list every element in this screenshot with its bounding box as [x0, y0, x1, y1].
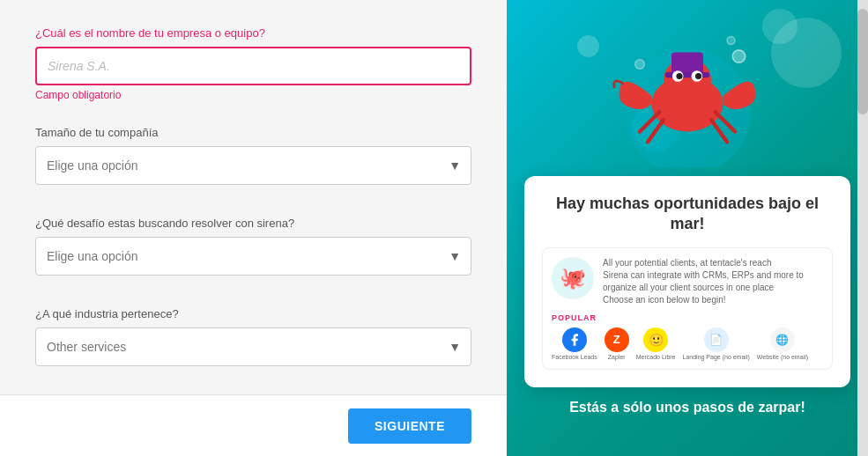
- website-icon: 🌐: [770, 327, 795, 352]
- popular-label: POPULAR: [552, 313, 823, 322]
- svg-point-16: [635, 60, 645, 70]
- service-facebook-leads[interactable]: Facebook Leads: [552, 327, 597, 360]
- industry-select[interactable]: Other services: [35, 327, 471, 366]
- company-size-select-wrapper: Elige una opción ▼: [35, 146, 471, 185]
- left-panel: ¿Cuál es el nombre de tu empresa o equip…: [0, 0, 507, 456]
- landing-page-label: Landing Page (no email): [683, 354, 750, 360]
- service-zapier[interactable]: Z Zapier: [605, 327, 629, 360]
- crab-icon: [608, 9, 767, 167]
- landing-page-icon: 📄: [704, 327, 729, 352]
- services-row: Facebook Leads Z Zapier 🙂 Mercado Libre …: [552, 327, 823, 360]
- svg-point-14: [732, 50, 745, 63]
- card-title: Hay muchas oportunidades bajo el mar!: [542, 194, 833, 235]
- challenge-section: ¿Qué desafío estas buscando resolver con…: [35, 217, 471, 293]
- bottom-text: Estás a sólo unos pasos de zarpar!: [552, 400, 823, 416]
- industry-section: ¿A qué industria pertenece? Other servic…: [35, 307, 471, 384]
- facebook-icon: [562, 327, 587, 352]
- company-section: ¿Cuál es el nombre de tu empresa o equip…: [35, 26, 471, 112]
- card-inner: 🐙 All your potential clients, at tentacl…: [542, 247, 833, 370]
- card-inner-text: All your potential clients, at tentacle'…: [603, 257, 823, 306]
- website-label: Website (no email): [757, 354, 808, 360]
- info-card: Hay muchas oportunidades bajo el mar! 🐙 …: [524, 176, 850, 387]
- svg-point-15: [727, 37, 735, 45]
- company-size-label: Tamaño de tu compañía: [35, 126, 471, 139]
- service-website[interactable]: 🌐 Website (no email): [757, 327, 808, 360]
- mercadolibre-label: Mercado Libre: [636, 354, 676, 360]
- industry-question-label: ¿A qué industria pertenece?: [35, 307, 471, 320]
- scrollbar-thumb[interactable]: [857, 9, 868, 114]
- octopus-row: 🐙 All your potential clients, at tentacl…: [552, 257, 823, 306]
- company-question-label: ¿Cuál es el nombre de tu empresa o equip…: [35, 26, 471, 40]
- siguiente-button[interactable]: SIGUIENTE: [348, 408, 471, 444]
- industry-select-wrapper: Other services ▼: [35, 327, 471, 366]
- challenge-question-label: ¿Qué desafío estas buscando resolver con…: [35, 217, 471, 230]
- scrollbar[interactable]: [857, 0, 868, 456]
- facebook-label: Facebook Leads: [552, 354, 597, 360]
- mercadolibre-icon: 🙂: [643, 327, 668, 352]
- svg-rect-5: [665, 72, 709, 77]
- svg-point-8: [676, 73, 682, 79]
- service-mercadolibre[interactable]: 🙂 Mercado Libre: [636, 327, 676, 360]
- service-landing-page[interactable]: 📄 Landing Page (no email): [683, 327, 750, 360]
- error-message: Campo obligatorio: [35, 89, 471, 101]
- company-input[interactable]: [35, 47, 471, 85]
- challenge-select[interactable]: Elige una opción: [35, 237, 471, 276]
- bottom-bar: SIGUIENTE: [0, 394, 507, 456]
- zapier-label: Zapier: [608, 354, 626, 360]
- zapier-icon: Z: [605, 327, 629, 352]
- challenge-select-wrapper: Elige una opción ▼: [35, 237, 471, 276]
- company-size-select[interactable]: Elige una opción: [35, 146, 471, 185]
- svg-point-9: [695, 73, 701, 79]
- company-size-section: Tamaño de tu compañía Elige una opción ▼: [35, 126, 471, 202]
- octopus-icon: 🐙: [552, 257, 594, 299]
- right-panel: Hay muchas oportunidades bajo el mar! 🐙 …: [507, 0, 868, 456]
- crab-illustration-area: [507, 0, 868, 176]
